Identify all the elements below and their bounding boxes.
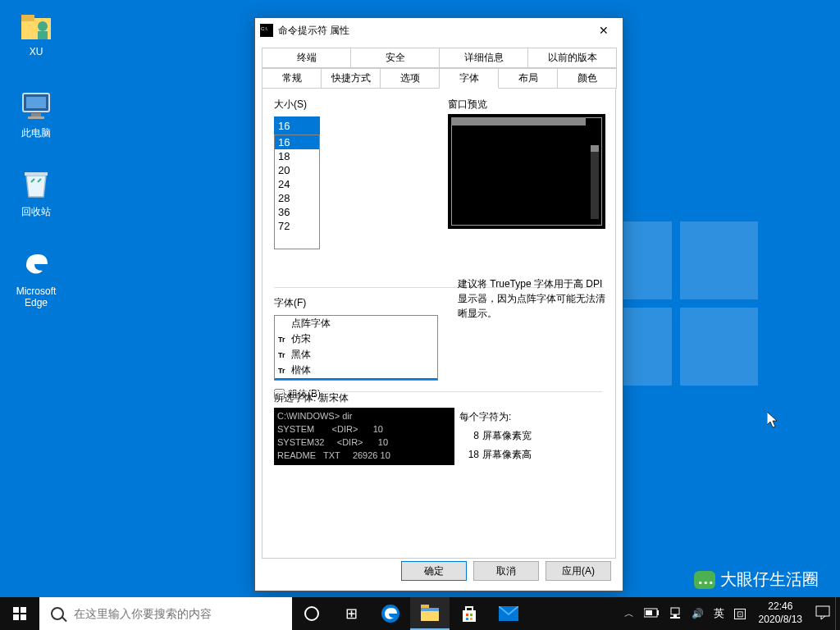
dialog-buttons: 确定 取消 应用(A) xyxy=(401,561,611,581)
tab-security[interactable]: 安全 xyxy=(350,48,440,68)
desktop-icon-user-folder[interactable]: XU xyxy=(5,7,67,57)
search-input[interactable] xyxy=(74,607,271,620)
taskbar-search[interactable] xyxy=(39,597,292,630)
taskbar-clock[interactable]: 22:46 2020/8/13 xyxy=(751,600,810,626)
svg-rect-14 xyxy=(463,610,476,622)
clock-date: 2020/8/13 xyxy=(759,614,802,627)
tab-font[interactable]: 字体 xyxy=(439,68,499,89)
svg-rect-21 xyxy=(657,610,659,615)
action-center-button[interactable] xyxy=(810,605,835,623)
desktop-icon-label: Microsoft Edge xyxy=(5,285,67,309)
titlebar[interactable]: 命令提示符 属性 ✕ xyxy=(255,18,623,43)
font-option[interactable]: Tr仿宋 xyxy=(275,331,437,347)
dialog-title: 命令提示符 属性 xyxy=(278,24,585,38)
desktop-icon-this-pc[interactable]: 此电脑 xyxy=(5,87,67,140)
size-option[interactable]: 16 xyxy=(275,135,319,149)
svg-rect-18 xyxy=(470,618,472,620)
tray-network[interactable] xyxy=(664,607,687,621)
system-tray: ︿ 🔊 英 ⊡ 22:46 2020/8/13 xyxy=(619,597,840,630)
size-input[interactable] xyxy=(274,116,320,135)
selected-font-label: 所选字体: 新宋体 xyxy=(274,391,349,405)
tray-volume[interactable]: 🔊 xyxy=(687,608,709,619)
size-option[interactable]: 18 xyxy=(275,149,319,163)
tray-ime-mode[interactable]: ⊡ xyxy=(729,608,751,619)
size-option[interactable]: 24 xyxy=(275,177,319,191)
cancel-button[interactable]: 取消 xyxy=(473,561,539,581)
tab-panel-font: 大小(S) 16 18 20 24 28 36 72 窗口预览 xyxy=(262,88,616,559)
svg-rect-5 xyxy=(26,97,46,108)
size-option[interactable]: 28 xyxy=(275,191,319,205)
preview-label: 窗口预览 xyxy=(448,98,487,112)
svg-rect-25 xyxy=(670,617,680,619)
taskbar-store[interactable] xyxy=(450,597,489,630)
task-view-button[interactable]: ⊞ xyxy=(331,597,371,630)
font-option[interactable]: 点阵字体 xyxy=(275,316,437,331)
svg-rect-22 xyxy=(646,610,652,615)
cortana-button[interactable] xyxy=(292,597,331,630)
cmd-icon xyxy=(260,24,273,37)
svg-rect-17 xyxy=(466,618,468,620)
svg-rect-16 xyxy=(470,614,472,616)
wechat-icon xyxy=(694,571,715,589)
tab-colors[interactable]: 颜色 xyxy=(557,68,617,89)
clock-time: 22:46 xyxy=(759,600,802,614)
taskbar-explorer[interactable] xyxy=(410,597,450,630)
tray-battery[interactable] xyxy=(639,608,664,620)
notification-icon xyxy=(815,605,830,620)
store-icon xyxy=(461,605,477,622)
window-preview xyxy=(448,114,605,229)
tab-options[interactable]: 选项 xyxy=(380,68,440,89)
size-listbox[interactable]: 16 18 20 24 28 36 72 xyxy=(274,135,320,249)
windows-icon xyxy=(13,607,26,620)
task-view-icon: ⊞ xyxy=(345,605,358,623)
user-folder-icon xyxy=(18,7,54,43)
desktop-icon-label: 回收站 xyxy=(5,205,67,219)
svg-rect-23 xyxy=(671,608,679,614)
font-option[interactable]: Tr新宋体 xyxy=(275,378,437,381)
desktop-icon-edge[interactable]: Microsoft Edge xyxy=(5,246,67,309)
taskbar-mail[interactable] xyxy=(489,597,528,630)
desktop-icon-label: XU xyxy=(5,46,67,57)
size-label: 大小(S) xyxy=(274,98,604,112)
svg-rect-3 xyxy=(38,31,48,39)
size-option[interactable]: 20 xyxy=(275,163,319,177)
tab-shortcut[interactable]: 快捷方式 xyxy=(321,68,381,89)
tab-previous-versions[interactable]: 以前的版本 xyxy=(527,48,617,68)
mouse-cursor xyxy=(767,412,780,432)
desktop-icon-label: 此电脑 xyxy=(5,126,67,140)
properties-dialog: 命令提示符 属性 ✕ 终端 安全 详细信息 以前的版本 常规 快捷方式 选项 字… xyxy=(254,17,623,591)
taskbar-edge[interactable] xyxy=(371,597,410,630)
tab-row-1: 终端 安全 详细信息 以前的版本 xyxy=(262,48,616,68)
taskbar: ⊞ ︿ 🔊 英 ⊡ 22:46 2020/8/13 xyxy=(0,597,840,630)
desktop-icon-recycle-bin[interactable]: 回收站 xyxy=(5,166,67,219)
svg-rect-24 xyxy=(673,614,677,617)
tray-chevron-up[interactable]: ︿ xyxy=(619,607,639,621)
computer-icon xyxy=(18,87,54,123)
tab-general[interactable]: 常规 xyxy=(262,68,322,89)
font-listbox[interactable]: 点阵字体 Tr仿宋 Tr黑体 Tr楷体 Tr新宋体 xyxy=(274,315,438,381)
folder-icon xyxy=(421,605,439,621)
svg-rect-8 xyxy=(25,172,48,176)
size-option[interactable]: 72 xyxy=(275,219,319,233)
show-desktop-button[interactable] xyxy=(835,597,840,630)
battery-icon xyxy=(644,608,659,618)
svg-rect-7 xyxy=(28,116,44,119)
tray-ime[interactable]: 英 xyxy=(709,606,729,621)
network-icon xyxy=(669,607,682,619)
close-button[interactable]: ✕ xyxy=(585,18,623,43)
font-option[interactable]: Tr楷体 xyxy=(275,363,437,378)
tab-layout[interactable]: 布局 xyxy=(498,68,558,89)
edge-icon xyxy=(18,246,54,282)
tab-terminal[interactable]: 终端 xyxy=(262,48,351,68)
size-option[interactable]: 36 xyxy=(275,205,319,219)
svg-rect-1 xyxy=(21,15,34,21)
svg-rect-26 xyxy=(816,606,829,616)
start-button[interactable] xyxy=(0,597,39,630)
recycle-bin-icon xyxy=(18,166,54,202)
font-option[interactable]: Tr黑体 xyxy=(275,347,437,363)
edge-icon xyxy=(381,604,400,623)
svg-rect-15 xyxy=(466,614,468,616)
apply-button[interactable]: 应用(A) xyxy=(546,561,611,581)
ok-button[interactable]: 确定 xyxy=(401,561,467,581)
tab-details[interactable]: 详细信息 xyxy=(439,48,528,68)
